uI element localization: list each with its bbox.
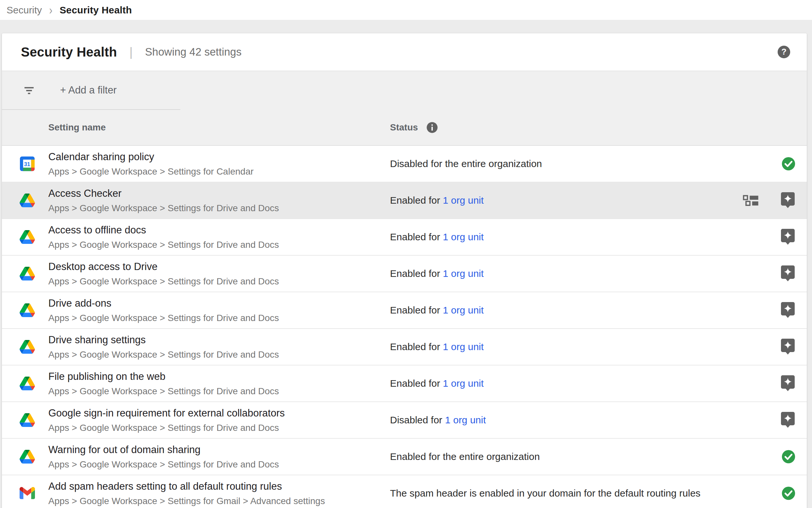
title-separator: | [129, 45, 133, 59]
setting-title: Desktop access to Drive [48, 261, 279, 272]
setting-path: Apps > Google Workspace > Settings for G… [48, 496, 325, 506]
google-drive-icon [19, 303, 35, 318]
status-text: Enabled for [390, 305, 443, 315]
setting-title: Drive sharing settings [48, 334, 279, 346]
org-unit-link[interactable]: 1 org unit [443, 378, 484, 389]
table-header-row: Setting name Status [2, 110, 807, 146]
status-ok-check-icon [781, 486, 796, 501]
setting-title: Access Checker [48, 187, 279, 200]
google-drive-icon [19, 193, 35, 208]
google-drive-icon [19, 413, 35, 428]
settings-table-body: 31 Calendar sharing policy Apps > Google… [2, 146, 807, 508]
org-unit-link[interactable]: 1 org unit [443, 268, 484, 279]
google-drive-icon [19, 376, 35, 391]
org-unit-link[interactable]: 1 org unit [443, 195, 484, 206]
setting-title: Drive add-ons [48, 297, 279, 309]
setting-path: Apps > Google Workspace > Settings for D… [48, 349, 279, 360]
setting-path: Apps > Google Workspace > Settings for C… [48, 166, 253, 177]
table-row[interactable]: Drive add-ons Apps > Google Workspace > … [2, 292, 807, 329]
google-drive-icon [19, 229, 35, 245]
setting-title: Calendar sharing policy [48, 151, 253, 163]
status-text: Disabled for [390, 415, 445, 425]
svg-text:31: 31 [24, 161, 30, 167]
status-text: The spam header is enabled in your domai… [390, 488, 701, 499]
table-row[interactable]: Add spam headers setting to all default … [2, 475, 807, 508]
setting-title: Google sign-in requirement for external … [48, 407, 285, 419]
recommendation-badge-icon[interactable] [781, 375, 795, 391]
breadcrumb: Security › Security Health [0, 0, 812, 20]
status-text: Enabled for [390, 231, 443, 242]
setting-path: Apps > Google Workspace > Settings for D… [48, 459, 279, 470]
status-text: Enabled for the entire organization [390, 451, 540, 462]
recommendation-badge-icon[interactable] [781, 338, 795, 355]
info-icon[interactable] [426, 121, 438, 134]
setting-path: Apps > Google Workspace > Settings for D… [48, 276, 279, 287]
table-row[interactable]: Warning for out of domain sharing Apps >… [2, 439, 807, 475]
org-unit-link[interactable]: 1 org unit [443, 341, 484, 352]
setting-name-column-header: Setting name [48, 122, 106, 133]
table-row[interactable]: Access to offline docs Apps > Google Wor… [2, 219, 807, 256]
org-unit-link[interactable]: 1 org unit [443, 305, 484, 315]
setting-title: Access to offline docs [48, 224, 279, 236]
table-row[interactable]: Desktop access to Drive Apps > Google Wo… [2, 256, 807, 292]
status-text: Enabled for [390, 378, 443, 389]
org-units-icon [743, 195, 759, 206]
google-drive-icon [19, 339, 35, 355]
org-unit-link[interactable]: 1 org unit [443, 231, 484, 242]
table-row[interactable]: 31 Calendar sharing policy Apps > Google… [2, 146, 807, 182]
setting-path: Apps > Google Workspace > Settings for D… [48, 423, 285, 433]
setting-status: Enabled for 1 org unit [390, 231, 484, 243]
filter-list-icon [22, 83, 36, 97]
setting-title: Add spam headers setting to all default … [48, 480, 325, 492]
status-text: Disabled for the entire organization [390, 158, 542, 169]
setting-status: Enabled for 1 org unit [390, 195, 484, 206]
setting-status: Disabled for the entire organization [390, 158, 542, 169]
breadcrumb-security-link[interactable]: Security [6, 5, 42, 16]
recommendation-badge-icon[interactable] [781, 265, 795, 282]
help-icon[interactable]: ? [777, 45, 791, 59]
table-row[interactable]: Access Checker Apps > Google Workspace >… [2, 182, 807, 219]
setting-status: Enabled for 1 org unit [390, 305, 484, 316]
status-text: Enabled for [390, 268, 443, 279]
chevron-right-icon: › [49, 3, 52, 17]
table-row[interactable]: Google sign-in requirement for external … [2, 402, 807, 439]
setting-status: Enabled for 1 org unit [390, 341, 484, 352]
security-health-card: Security Health | Showing 42 settings ? … [2, 33, 807, 508]
page-title: Security Health [21, 45, 117, 59]
status-text: Enabled for [390, 341, 443, 352]
setting-status: Enabled for 1 org unit [390, 268, 484, 279]
setting-status: Disabled for 1 org unit [390, 415, 486, 426]
recommendation-badge-icon[interactable] [781, 302, 795, 318]
setting-path: Apps > Google Workspace > Settings for D… [48, 240, 279, 250]
settings-count-label: Showing 42 settings [145, 46, 241, 58]
setting-status: The spam header is enabled in your domai… [390, 488, 701, 499]
table-row[interactable]: File publishing on the web Apps > Google… [2, 366, 807, 402]
org-unit-link[interactable]: 1 org unit [445, 415, 486, 425]
setting-title: File publishing on the web [48, 371, 279, 382]
setting-path: Apps > Google Workspace > Settings for D… [48, 386, 279, 396]
setting-status: Enabled for 1 org unit [390, 378, 484, 389]
google-drive-icon [19, 266, 35, 282]
breadcrumb-current-page: Security Health [59, 5, 132, 16]
add-filter-bar[interactable]: + Add a filter [2, 71, 807, 109]
recommendation-badge-icon[interactable] [781, 192, 795, 208]
google-calendar-icon: 31 [19, 156, 35, 172]
google-drive-icon [19, 449, 35, 465]
setting-path: Apps > Google Workspace > Settings for D… [48, 313, 279, 323]
card-header: Security Health | Showing 42 settings ? [2, 33, 807, 71]
gmail-icon [19, 486, 35, 501]
status-text: Enabled for [390, 195, 443, 206]
recommendation-badge-icon[interactable] [781, 228, 795, 245]
filter-and-header-section: + Add a filter Setting name Status [2, 71, 807, 146]
svg-text:?: ? [781, 47, 786, 56]
setting-status: Enabled for the entire organization [390, 451, 540, 462]
setting-path: Apps > Google Workspace > Settings for D… [48, 203, 279, 213]
recommendation-badge-icon[interactable] [781, 412, 795, 428]
add-filter-button[interactable]: + Add a filter [60, 84, 116, 96]
status-column-header: Status [390, 122, 418, 133]
status-ok-check-icon [781, 450, 796, 464]
status-ok-check-icon [781, 157, 796, 171]
setting-title: Warning for out of domain sharing [48, 444, 279, 456]
table-row[interactable]: Drive sharing settings Apps > Google Wor… [2, 329, 807, 366]
